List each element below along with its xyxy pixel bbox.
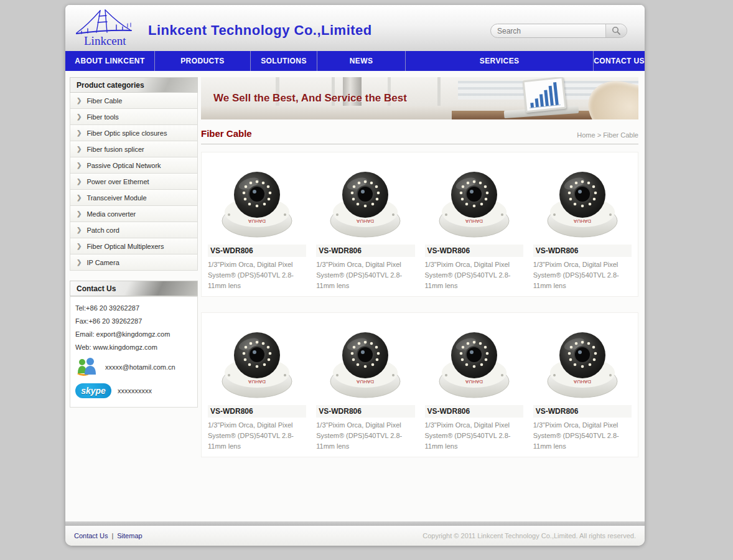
dome-camera-image: DAHUA [210,159,304,241]
msn-row: xxxxx@hotamil.com.cn [75,357,192,377]
page-title-row: Fiber Cable Home > Fiber Cable [201,128,638,144]
product-description: 1/3"Pixim Orca, Digital Pixel System® (D… [425,420,523,452]
product-description: 1/3"Pixim Orca, Digital Pixel System® (D… [208,420,306,452]
chevron-right-icon: ❯ [77,178,82,185]
category-item[interactable]: ❯ Fiber fusion splicer [70,141,197,157]
nav-item[interactable]: CONTACT US [593,51,645,71]
chevron-right-icon: ❯ [77,113,82,120]
product-description: 1/3"Pixim Orca, Digital Pixel System® (D… [533,259,632,291]
category-item[interactable]: ❯ Transceiver Module [70,190,197,206]
contact-email[interactable]: Email: export@kingdomgz.com [75,330,192,338]
search-button[interactable] [605,24,627,37]
nav-item[interactable]: SERVICES [405,51,593,71]
product-card[interactable]: DAHUA VS-WDR806 1/3"Pixim Orca, Digital … [311,157,419,291]
category-label: Fiber fusion splicer [86,146,144,153]
category-label: IP Camera [86,259,119,266]
product-name: VS-WDR806 [425,405,523,418]
footer-link-sitemap[interactable]: Sitemap [117,532,142,539]
category-item[interactable]: ❯ Fiber Optic splice closures [70,125,197,141]
product-card[interactable]: DAHUA VS-WDR806 1/3"Pixim Orca, Digital … [420,318,528,452]
product-card[interactable]: DAHUA VS-WDR806 1/3"Pixim Orca, Digital … [420,157,528,291]
svg-text:DAHUA: DAHUA [248,218,266,224]
nav-item[interactable]: PRODUCTS [154,51,250,71]
dome-camera-image: DAHUA [427,159,521,241]
chevron-right-icon: ❯ [77,97,82,104]
category-item[interactable]: ❯ Power over Ethernet [70,174,197,190]
contact-box: Tel:+86 20 39262287 Fax:+86 20 39262287 … [70,296,198,408]
contact-fax: Fax:+86 20 39262287 [75,317,192,325]
product-card[interactable]: DAHUA VS-WDR806 1/3"Pixim Orca, Digital … [203,157,311,291]
product-description: 1/3"Pixim Orca, Digital Pixel System® (D… [425,259,523,291]
search-icon [612,26,621,35]
contact-tel: Tel:+86 20 39262287 [75,304,192,312]
contact-us-header: Contact Us [70,281,198,296]
product-card[interactable]: DAHUA VS-WDR806 1/3"Pixim Orca, Digital … [528,157,637,291]
banner-laptop-screen [522,77,566,113]
hero-banner: We Sell the Best, And Service the Best [201,77,638,119]
product-card[interactable]: DAHUA VS-WDR806 1/3"Pixim Orca, Digital … [203,318,311,452]
msn-address[interactable]: xxxxx@hotamil.com.cn [105,363,175,371]
product-description: 1/3"Pixim Orca, Digital Pixel System® (D… [533,420,632,452]
nav-item[interactable]: ABOUT LINKCENT [65,51,154,71]
bridge-logo-icon: Linkcent [73,7,141,49]
svg-text:DAHUA: DAHUA [357,218,375,224]
contact-web[interactable]: Web: www.kingdomgz.com [75,343,192,351]
category-label: Fiber Cable [86,97,122,105]
category-item[interactable]: ❯ Fiber Cable [70,93,197,109]
nav-item[interactable]: SOLUTIONS [250,51,317,71]
product-card[interactable]: DAHUA VS-WDR806 1/3"Pixim Orca, Digital … [311,318,419,452]
chevron-right-icon: ❯ [77,194,82,201]
breadcrumb[interactable]: Home > Fiber Cable [577,131,638,139]
product-row-1: DAHUA VS-WDR806 1/3"Pixim Orca, Digital … [201,152,638,297]
main-panel: We Sell the Best, And Service the Best F… [201,77,638,521]
sidebar: Product categories ❯ Fiber Cable ❯ Fiber… [70,77,198,521]
chevron-right-icon: ❯ [77,259,82,266]
svg-text:DAHUA: DAHUA [573,218,591,224]
category-label: Media converter [86,210,136,218]
category-item[interactable]: ❯ Passive Optical Network [70,157,197,174]
dome-camera-image: DAHUA [319,319,412,401]
category-label: Fiber Optical Multiplexers [86,243,164,250]
product-name: VS-WDR806 [533,245,632,257]
chevron-right-icon: ❯ [77,162,82,169]
logo-text: Linkcent [84,34,126,47]
dome-camera-image: DAHUA [427,319,521,401]
category-list: ❯ Fiber Cable ❯ Fiber tools ❯ Fiber Opti… [70,93,198,271]
chevron-right-icon: ❯ [77,210,82,217]
category-label: Power over Ethernet [86,178,149,185]
svg-text:DAHUA: DAHUA [465,218,483,224]
category-item[interactable]: ❯ Patch cord [70,222,197,238]
category-label: Transceiver Module [86,194,146,202]
product-row-2: DAHUA VS-WDR806 1/3"Pixim Orca, Digital … [201,312,638,457]
skype-id[interactable]: xxxxxxxxxx [118,387,152,394]
dome-camera-image: DAHUA [319,159,412,241]
footer-link-separator: | [111,532,113,539]
company-logo[interactable]: Linkcent [73,7,141,49]
nav-item[interactable]: NEWS [317,51,405,71]
dome-camera-image: DAHUA [536,319,629,401]
page-container: Linkcent Linkcent Technology Co.,Limited… [65,5,645,546]
search-input[interactable] [491,27,605,35]
category-label: Patch cord [86,226,119,234]
category-item[interactable]: ❯ Fiber tools [70,109,197,125]
product-card[interactable]: DAHUA VS-WDR806 1/3"Pixim Orca, Digital … [528,318,637,452]
category-label: Fiber tools [86,113,118,121]
bar-chart-icon [525,78,564,111]
product-name: VS-WDR806 [208,245,306,257]
dome-camera-image: DAHUA [210,319,304,401]
category-item[interactable]: ❯ Fiber Optical Multiplexers [70,238,197,254]
footer-links: Contact Us | Sitemap [74,532,142,539]
footer-link-contact-us[interactable]: Contact Us [74,532,108,539]
dome-camera-image: DAHUA [536,159,629,241]
svg-text:DAHUA: DAHUA [357,379,375,385]
skype-icon: skype [75,383,111,398]
product-description: 1/3"Pixim Orca, Digital Pixel System® (D… [208,259,306,291]
product-name: VS-WDR806 [208,405,306,418]
product-name: VS-WDR806 [425,245,523,257]
product-categories-header: Product categories [70,77,198,93]
category-label: Passive Optical Network [86,162,161,169]
category-item[interactable]: ❯ IP Camera [70,254,197,271]
svg-text:DAHUA: DAHUA [573,379,591,385]
category-item[interactable]: ❯ Media converter [70,206,197,222]
content-area: Product categories ❯ Fiber Cable ❯ Fiber… [65,71,645,521]
